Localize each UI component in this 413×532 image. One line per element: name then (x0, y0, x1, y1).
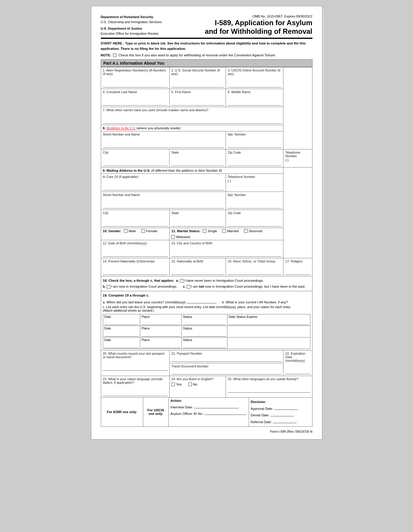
eoir-label: For EOIR use only. (103, 410, 141, 414)
date-status3-cell (227, 337, 310, 349)
state-value[interactable] (171, 155, 224, 166)
field4-value[interactable] (103, 95, 168, 106)
male-checkbox[interactable] (124, 229, 127, 233)
asylum-officer-value[interactable] (205, 410, 246, 415)
form-title: I-589, Application for Asylum and for Wi… (205, 19, 312, 36)
approval-date-value[interactable] (274, 405, 298, 410)
yes-option[interactable]: Yes (171, 383, 182, 386)
date-status2-cell (227, 326, 310, 337)
start-here-text: START HERE - Type or print in black ink.… (101, 41, 312, 52)
date3-value[interactable] (104, 343, 139, 348)
interview-date-value[interactable] (194, 404, 239, 408)
field19a-value[interactable] (187, 299, 216, 303)
zip2-value[interactable] (228, 216, 281, 227)
city-label: City (103, 151, 168, 154)
field19c-content: c. List each entry into the U.S. beginni… (103, 305, 310, 309)
nationality-value[interactable] (103, 264, 168, 275)
incareof-value[interactable] (103, 180, 224, 190)
nationality-birth-value[interactable] (171, 264, 224, 275)
apt-cell: Apt. Number (226, 131, 283, 149)
field3-value[interactable] (228, 77, 281, 87)
marital-cell: 11. Marital Status: Single Married Divor… (169, 228, 283, 240)
uscis-cell: For USCIS use only. (143, 397, 169, 426)
state2-label: State (171, 211, 224, 215)
entry-row-3: Date Place Status (103, 337, 310, 349)
place2-value[interactable] (141, 331, 180, 337)
street2-value[interactable] (103, 198, 224, 208)
apt2-value[interactable] (228, 198, 281, 208)
field18c-checkbox[interactable] (187, 285, 190, 289)
field25-value[interactable] (228, 382, 310, 393)
action-cell: Action: Interview Date: Asylum Officer I… (168, 397, 249, 426)
incareof-cell: In Care Of (if applicable): (101, 173, 226, 192)
field22-value[interactable] (285, 364, 310, 374)
married-option[interactable]: Married (222, 229, 239, 233)
page-stack: Department of Homeland Security U.S. Cit… (91, 6, 322, 439)
admin-table: For EOIR use only. For USCIS use only. A… (101, 397, 312, 427)
tel-label: Telephone Number (285, 151, 310, 158)
married-checkbox[interactable] (222, 229, 226, 233)
table-row: 14. Present Nationality (Citizenship) 15… (101, 258, 312, 276)
status2-value[interactable] (183, 331, 226, 337)
birthplace-value[interactable] (171, 246, 282, 257)
religion-value[interactable] (285, 264, 310, 275)
referral-date-value[interactable] (273, 418, 296, 423)
status3-value[interactable] (183, 343, 226, 348)
religion-cell: 17. Religion (283, 258, 312, 276)
street-value[interactable] (103, 137, 224, 148)
female-checkbox[interactable] (141, 229, 145, 233)
cat-checkbox[interactable] (113, 53, 117, 57)
field19c-italic: List date (mm/dd/yyyy), place, and your … (203, 305, 291, 309)
divorced-option[interactable]: Divorced (244, 229, 262, 233)
single-option[interactable]: Single (203, 229, 217, 233)
date2-value[interactable] (104, 331, 139, 337)
no-option[interactable]: No (188, 383, 197, 386)
field20-value[interactable] (103, 360, 168, 371)
female-option[interactable]: Female (141, 229, 157, 233)
widowed-checkbox[interactable] (171, 235, 175, 239)
field18b-checkbox[interactable] (107, 285, 110, 289)
table-row: In Care Of (if applicable): Telephone Nu… (101, 173, 312, 192)
zip-cell: Zip Code (226, 149, 283, 167)
city-value[interactable] (103, 155, 168, 166)
agency-info: Department of Homeland Security U.S. Cit… (101, 15, 162, 36)
status1-value[interactable] (183, 320, 226, 325)
field19-label: 19. Complete 19 a through c. (103, 294, 149, 297)
state2-value[interactable] (171, 216, 224, 227)
place3-value[interactable] (141, 343, 180, 348)
yes-checkbox[interactable] (171, 383, 175, 386)
place2-cell: Place (140, 326, 182, 337)
zip-value[interactable] (228, 155, 281, 166)
denial-date-value[interactable] (270, 412, 294, 416)
field5-value[interactable] (171, 95, 224, 106)
field18-content: 18. Check the box, a through c, that app… (103, 278, 310, 284)
date-status1-value[interactable] (229, 320, 309, 325)
divorced-checkbox[interactable] (244, 229, 248, 233)
dob-value[interactable] (103, 246, 168, 257)
no-label: No (193, 383, 197, 386)
single-checkbox[interactable] (203, 229, 206, 233)
field21-value[interactable] (171, 356, 282, 362)
travel-doc-cell: Travel Document Number (169, 363, 283, 376)
field6-value[interactable] (228, 95, 281, 106)
field8-header-cell: 8. Residence in the U.S. (where you phys… (101, 125, 283, 131)
field2-value[interactable] (171, 77, 224, 87)
city2-value[interactable] (103, 216, 168, 227)
city2-cell: City (101, 210, 169, 228)
apt-value[interactable] (228, 137, 281, 148)
date1-value[interactable] (104, 320, 139, 325)
male-option[interactable]: Male (124, 229, 136, 233)
field18a-checkbox[interactable] (180, 279, 184, 283)
dob-label: 12. Date of Birth (mm/dd/yyyy) (103, 241, 168, 245)
field2-cell: 2. U.S. Social Security Number (if any) (169, 67, 226, 89)
agency2: U.S. Department of Justice (101, 26, 162, 31)
field7-value[interactable] (103, 113, 282, 124)
place1-value[interactable] (141, 320, 180, 325)
field1-value[interactable] (103, 77, 168, 87)
field23-value[interactable] (103, 386, 168, 396)
table-row: City State Zip Code (101, 210, 312, 228)
travel-doc-value[interactable] (171, 369, 282, 375)
widowed-option[interactable]: Widowed (171, 235, 190, 239)
no-checkbox[interactable] (188, 383, 192, 386)
race-value[interactable] (228, 264, 281, 275)
